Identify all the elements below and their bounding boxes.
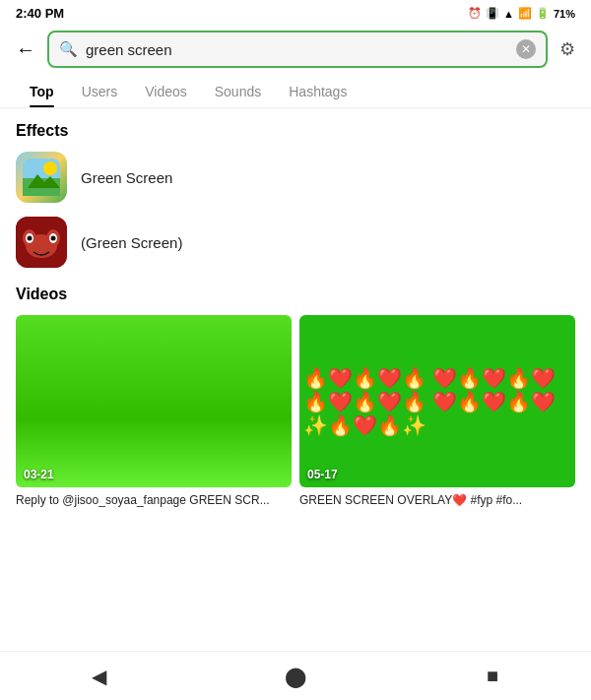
search-icon: 🔍 — [59, 40, 78, 58]
tab-top[interactable]: Top — [16, 74, 68, 107]
video-thumbnail-2: 🔥❤️🔥❤️🔥 ❤️🔥❤️🔥❤️ 🔥❤️🔥❤️🔥 ❤️🔥❤️🔥❤️ ✨🔥❤️🔥✨… — [299, 315, 575, 487]
effect-icon-green-screen — [16, 152, 67, 203]
videos-section: Videos 03-21 Reply to @jisoo_soyaa_fanpa… — [16, 286, 575, 509]
status-bar: 2:40 PM ⏰ 📳 ▲ 📶 🔋 71% — [0, 0, 591, 25]
effect-item-1[interactable]: Green Screen — [16, 152, 575, 203]
wifi-icon: 📶 — [518, 7, 532, 20]
videos-title: Videos — [16, 286, 575, 303]
battery-percent: 71% — [554, 8, 575, 20]
search-box: 🔍 green screen ✕ — [47, 31, 548, 68]
emoji-overlay: 🔥❤️🔥❤️🔥 ❤️🔥❤️🔥❤️ 🔥❤️🔥❤️🔥 ❤️🔥❤️🔥❤️ ✨🔥❤️🔥✨ — [299, 315, 575, 487]
back-button[interactable]: ← — [12, 34, 39, 65]
status-time: 2:40 PM — [16, 6, 64, 21]
tab-sounds[interactable]: Sounds — [201, 74, 275, 107]
effects-section: Effects Green Screen — [16, 122, 575, 268]
clear-button[interactable]: ✕ — [516, 39, 536, 59]
svg-point-10 — [28, 236, 33, 241]
svg-point-2 — [43, 161, 57, 175]
main-content: Effects Green Screen — [0, 108, 591, 619]
alarm-icon: ⏰ — [468, 7, 482, 20]
nav-back-button[interactable]: ◀ — [79, 657, 118, 696]
signal-icon: ▲ — [503, 8, 514, 20]
battery-icon: 🔋 — [536, 7, 550, 20]
effect-item-2[interactable]: (Green Screen) — [16, 217, 575, 268]
video-description-2: GREEN SCREEN OVERLAY❤️ #fyp #fo... — [299, 492, 575, 509]
bottom-nav: ◀ ⬤ ■ — [0, 651, 591, 700]
video-description-1: Reply to @jisoo_soyaa_fanpage GREEN SCR.… — [16, 492, 292, 509]
effect-label-1: Green Screen — [81, 169, 172, 186]
filter-button[interactable]: ⚙ — [556, 34, 579, 64]
nav-recent-button[interactable]: ■ — [473, 657, 512, 696]
video-card-2[interactable]: 🔥❤️🔥❤️🔥 ❤️🔥❤️🔥❤️ 🔥❤️🔥❤️🔥 ❤️🔥❤️🔥❤️ ✨🔥❤️🔥✨… — [299, 315, 575, 509]
video-timestamp-1: 03-21 — [24, 468, 54, 481]
tab-hashtags[interactable]: Hashtags — [275, 74, 361, 107]
effects-title: Effects — [16, 122, 575, 140]
svg-point-11 — [51, 236, 56, 241]
video-thumbnail-1: 03-21 — [16, 315, 292, 487]
tabs-bar: Top Users Videos Sounds Hashtags — [0, 74, 591, 108]
video-card-1[interactable]: 03-21 Reply to @jisoo_soyaa_fanpage GREE… — [16, 315, 292, 509]
nav-home-button[interactable]: ⬤ — [276, 657, 315, 696]
tab-videos[interactable]: Videos — [131, 74, 201, 107]
tab-users[interactable]: Users — [68, 74, 132, 107]
search-area: ← 🔍 green screen ✕ ⚙ — [0, 25, 591, 74]
status-icons: ⏰ 📳 ▲ 📶 🔋 71% — [468, 7, 575, 20]
effect-label-2: (Green Screen) — [81, 234, 182, 251]
search-input[interactable]: green screen — [86, 41, 508, 58]
effect-icon-green-screen-2 — [16, 217, 67, 268]
video-grid: 03-21 Reply to @jisoo_soyaa_fanpage GREE… — [16, 315, 575, 509]
video-timestamp-2: 05-17 — [307, 468, 338, 481]
vibrate-icon: 📳 — [486, 7, 499, 20]
